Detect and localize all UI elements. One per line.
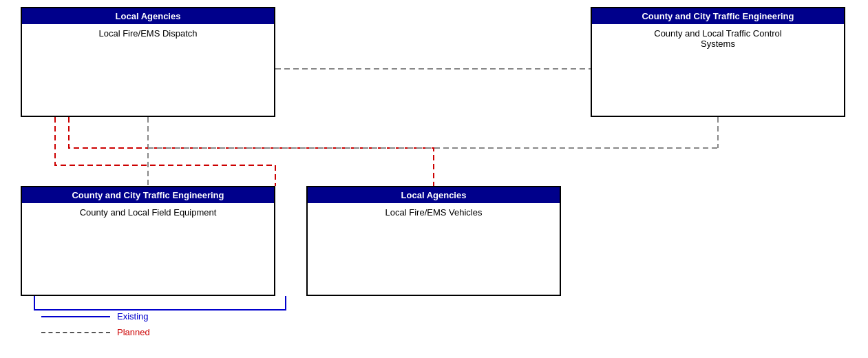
legend-planned-line [41,332,110,333]
node-local-fire-vehicles-header: Local Agencies [308,187,560,203]
node-county-field-equipment-header: County and City Traffic Engineering [22,187,274,203]
legend-existing-label: Existing [117,311,149,322]
node-local-fire-vehicles: Local Agencies Local Fire/EMS Vehicles [306,186,561,296]
node-county-traffic-control-body: County and Local Traffic ControlSystems [592,24,844,53]
node-local-fire-dispatch: Local Agencies Local Fire/EMS Dispatch [21,7,275,117]
node-local-fire-dispatch-header: Local Agencies [22,8,274,24]
diagram-container: Local Agencies Local Fire/EMS Dispatch C… [0,0,868,358]
node-county-traffic-control: County and City Traffic Engineering Coun… [591,7,845,117]
legend-planned-label: Planned [117,327,150,337]
node-county-traffic-control-header: County and City Traffic Engineering [592,8,844,24]
node-local-fire-dispatch-body: Local Fire/EMS Dispatch [22,24,274,43]
legend: Existing Planned [41,311,150,337]
node-local-fire-vehicles-body: Local Fire/EMS Vehicles [308,203,560,222]
legend-planned: Planned [41,327,150,337]
legend-existing-line [41,316,110,317]
node-county-field-equipment-body: County and Local Field Equipment [22,203,274,222]
legend-existing: Existing [41,311,150,322]
node-county-field-equipment: County and City Traffic Engineering Coun… [21,186,275,296]
